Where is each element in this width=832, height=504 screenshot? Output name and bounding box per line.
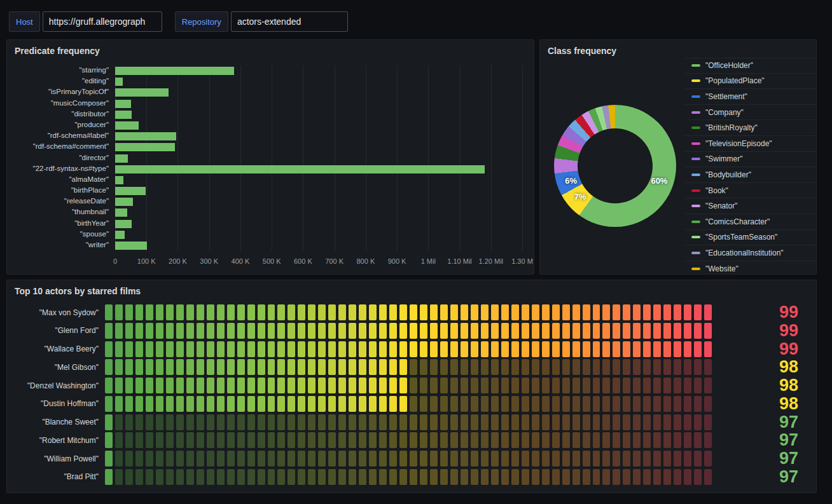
host-field: Host	[9, 11, 162, 32]
gauge-cell	[298, 341, 305, 357]
gauge-cell	[308, 451, 315, 467]
panel-title[interactable]: Predicate frequency	[7, 40, 534, 62]
gauge-cell	[288, 378, 295, 393]
gauge-cell	[613, 414, 620, 430]
gauge-cell	[146, 378, 153, 393]
gauge-cell	[643, 359, 651, 375]
gauge-cell	[359, 469, 366, 485]
actor-bar-gauge[interactable]	[105, 341, 712, 357]
predicate-bar[interactable]	[115, 154, 128, 163]
actor-bar-gauge[interactable]	[105, 469, 712, 485]
predicate-bar[interactable]	[115, 78, 123, 86]
actor-bar-gauge[interactable]	[105, 359, 712, 375]
actor-bar-gauge[interactable]	[105, 414, 712, 430]
predicate-bar[interactable]	[115, 187, 146, 195]
legend-item[interactable]: "ComicsCharacter"	[685, 214, 816, 230]
gauge-cell	[186, 469, 194, 485]
gauge-cell	[522, 341, 529, 357]
gauge-cell	[663, 359, 671, 375]
predicate-bar[interactable]	[115, 220, 132, 228]
panel-title[interactable]: Top 10 actors by starred films	[7, 280, 816, 302]
legend-item[interactable]: "Bodybuilder"	[685, 167, 816, 183]
predicate-bar[interactable]	[115, 242, 147, 250]
legend-item[interactable]: "Company"	[685, 105, 816, 121]
gauge-cell	[349, 451, 356, 467]
gauge-cell	[369, 323, 377, 339]
actor-bar-gauge[interactable]	[105, 378, 712, 393]
gauge-cell	[338, 304, 346, 320]
gauge-cell	[653, 323, 661, 339]
predicate-bar[interactable]	[115, 165, 485, 174]
gauge-cell	[288, 414, 295, 430]
gauge-cell	[440, 304, 448, 320]
predicate-bar[interactable]	[115, 143, 175, 151]
gauge-cell	[602, 341, 610, 357]
gauge-cell	[247, 414, 255, 430]
actor-value: 97	[712, 432, 807, 449]
predicate-bar[interactable]	[115, 208, 127, 217]
gauge-cell	[674, 378, 681, 393]
legend-item[interactable]: "Book"	[685, 183, 816, 199]
predicate-bar[interactable]	[115, 111, 132, 119]
gauge-cell	[125, 396, 133, 412]
gauge-cell	[399, 378, 407, 393]
gauge-cell	[410, 432, 417, 448]
gauge-cell	[643, 396, 651, 412]
actor-bar-gauge[interactable]	[105, 396, 712, 412]
actor-bar-gauge[interactable]	[105, 451, 712, 467]
predicate-bar[interactable]	[115, 88, 169, 97]
actor-bar-gauge[interactable]	[105, 304, 712, 320]
predicate-bar[interactable]	[115, 198, 133, 206]
legend-label: "EducationalInstitution"	[705, 249, 784, 257]
legend-item[interactable]: "Senator"	[685, 198, 816, 214]
legend-item[interactable]: "Website"	[685, 261, 816, 274]
predicate-bar[interactable]	[115, 176, 123, 184]
gauge-cell	[186, 304, 194, 320]
gauge-cell	[613, 359, 620, 375]
gauge-cell	[237, 432, 245, 448]
gauge-cell	[288, 396, 295, 412]
gauge-cell	[379, 341, 387, 357]
predicate-bar[interactable]	[115, 67, 234, 75]
legend-item[interactable]: "TelevisionEpisode"	[685, 136, 816, 152]
legend-item[interactable]: "SportsTeamSeason"	[685, 230, 816, 246]
predicate-label: "producer"	[15, 120, 115, 130]
gauge-cell	[268, 304, 275, 320]
actor-bar-gauge[interactable]	[105, 432, 712, 448]
class-donut-chart[interactable]: 60%7%6%	[554, 105, 676, 227]
gauge-cell	[207, 396, 214, 412]
legend-item[interactable]: "BritishRoyalty"	[685, 120, 816, 136]
predicate-bar[interactable]	[115, 100, 131, 108]
gauge-cell	[258, 396, 265, 412]
gauge-cell	[602, 359, 610, 375]
predicate-label: "22-rdf-syntax-ns#type"	[15, 164, 115, 174]
gauge-cell	[318, 396, 326, 412]
gauge-cell	[135, 396, 143, 412]
legend-item[interactable]: "Settlement"	[685, 89, 816, 105]
gauge-cell	[532, 469, 539, 485]
gauge-cell	[338, 451, 346, 467]
gauge-cell	[410, 414, 417, 430]
x-tick-label: 600 K	[294, 257, 312, 265]
gauge-cell	[461, 359, 468, 375]
host-input[interactable]	[43, 11, 162, 32]
predicate-bar[interactable]	[115, 231, 125, 239]
legend-item[interactable]: "Swimmer"	[685, 152, 816, 168]
predicate-bar[interactable]	[115, 132, 176, 140]
gauge-cell	[613, 432, 620, 448]
gauge-cell	[532, 396, 539, 412]
predicate-bar[interactable]	[115, 121, 139, 130]
repository-input[interactable]	[231, 11, 348, 32]
gauge-cell	[663, 414, 671, 430]
gauge-cell	[217, 323, 225, 339]
legend-item[interactable]: "PopulatedPlace"	[685, 74, 816, 90]
legend-item[interactable]: "EducationalInstitution"	[685, 245, 816, 261]
gauge-cell	[186, 323, 194, 339]
actor-bar-gauge[interactable]	[105, 323, 712, 339]
gauge-cell	[308, 323, 315, 339]
gauge-cell	[440, 414, 448, 430]
gauge-cell	[176, 451, 184, 467]
gauge-cell	[643, 341, 651, 357]
legend-item[interactable]: "OfficeHolder"	[685, 58, 816, 74]
gauge-cell	[511, 469, 519, 485]
